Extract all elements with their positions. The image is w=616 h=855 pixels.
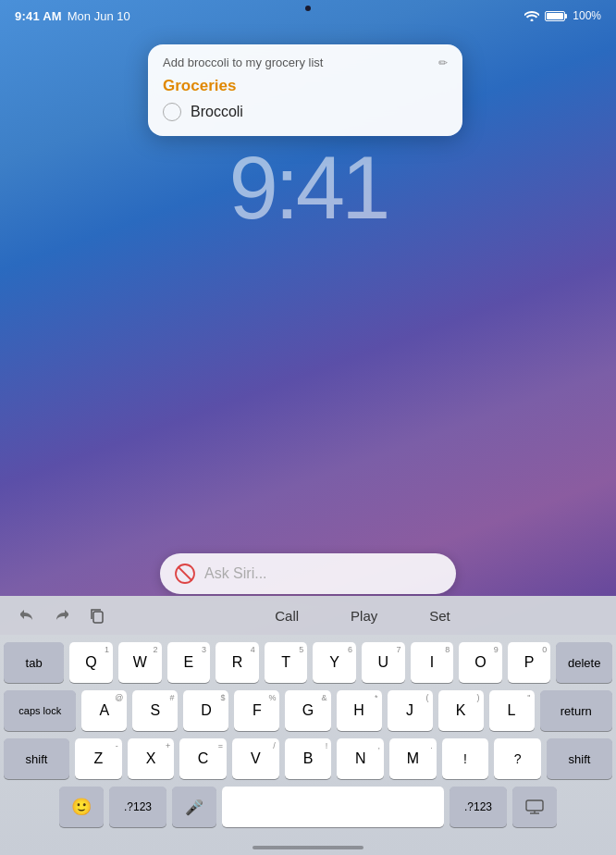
toolbar-center: Call Play Set — [120, 604, 605, 627]
call-button[interactable]: Call — [267, 604, 306, 627]
item-checkbox[interactable] — [163, 103, 181, 121]
delete-key[interactable]: delete — [556, 642, 612, 683]
battery-icon — [545, 11, 567, 21]
camera-dot — [305, 6, 311, 11]
key-b[interactable]: !B — [285, 738, 332, 779]
keyboard-hide-key[interactable] — [512, 787, 557, 827]
keyboard-row-3: shift -Z +X =C /V !B ,N .M ! ? shift — [4, 738, 612, 779]
siri-bar-container[interactable]: Ask Siri... — [160, 553, 456, 594]
keyboard-row-2: caps lock @A #S $D %F &G *H (J )K "L ret… — [4, 690, 612, 731]
key-t[interactable]: 5T — [265, 642, 308, 683]
key-i[interactable]: 8I — [411, 642, 454, 683]
key-x[interactable]: +X — [128, 738, 175, 779]
key-z[interactable]: -Z — [75, 738, 122, 779]
keyboard-row-4: 🙂 .?123 🎤 .?123 — [4, 787, 612, 827]
redo-button[interactable] — [46, 601, 78, 630]
status-bar: 9:41 AM Mon Jun 10 100% — [0, 0, 616, 26]
key-d[interactable]: $D — [183, 690, 228, 731]
notif-edit-icon[interactable]: ✏ — [438, 56, 448, 69]
keyboard-row-1: tab 1Q 2W 3E 4R 5T 6Y 7U 8I 9O 0P delete — [4, 642, 612, 683]
key-s[interactable]: #S — [132, 690, 178, 731]
key-r[interactable]: 4R — [216, 642, 259, 683]
svg-rect-3 — [526, 800, 543, 811]
key-h[interactable]: *H — [337, 690, 382, 731]
toolbar-left — [11, 601, 113, 630]
key-a[interactable]: @A — [81, 690, 127, 731]
key-q[interactable]: 1Q — [69, 642, 113, 683]
home-indicator — [253, 846, 363, 849]
left-shift-key[interactable]: shift — [4, 738, 69, 779]
siri-search-bar[interactable]: Ask Siri... — [160, 553, 456, 594]
key-n[interactable]: ,N — [337, 738, 384, 779]
emoji-key[interactable]: 🙂 — [59, 787, 104, 827]
caps-lock-key[interactable]: caps lock — [4, 690, 76, 731]
key-g[interactable]: &G — [285, 690, 330, 731]
key-e[interactable]: 3E — [167, 642, 211, 683]
mic-key[interactable]: 🎤 — [172, 787, 216, 827]
clock-time: 9:41 — [0, 143, 616, 232]
special2-key[interactable]: .?123 — [450, 787, 507, 827]
siri-placeholder: Ask Siri... — [204, 565, 441, 582]
key-y[interactable]: 6Y — [313, 642, 356, 683]
tab-key[interactable]: tab — [4, 642, 64, 683]
status-right: 100% — [524, 9, 601, 22]
special1-key[interactable]: .?123 — [109, 787, 166, 827]
key-question[interactable]: ? — [494, 738, 541, 779]
undo-button[interactable] — [11, 601, 43, 630]
key-l[interactable]: "L — [489, 690, 535, 731]
right-shift-key[interactable]: shift — [547, 738, 612, 779]
status-date: Mon Jun 10 — [68, 9, 130, 23]
wifi-icon — [524, 10, 539, 21]
clock-display: 9:41 — [0, 143, 616, 232]
key-w[interactable]: 2W — [118, 642, 162, 683]
return-key[interactable]: return — [540, 690, 612, 731]
key-k[interactable]: )K — [438, 690, 484, 731]
copy-button[interactable] — [81, 601, 113, 630]
keyboard-toolbar: Call Play Set — [0, 596, 616, 635]
space-key[interactable] — [222, 787, 444, 827]
notif-item-name: Broccoli — [191, 104, 243, 120]
key-u[interactable]: 7U — [362, 642, 405, 683]
notif-title: Add broccoli to my grocery list — [163, 56, 323, 69]
set-button[interactable]: Set — [422, 604, 458, 627]
key-v[interactable]: /V — [232, 738, 279, 779]
key-o[interactable]: 9O — [459, 642, 502, 683]
keyboard[interactable]: tab 1Q 2W 3E 4R 5T 6Y 7U 8I 9O 0P delete… — [0, 635, 616, 855]
notification-card[interactable]: Add broccoli to my grocery list ✏ Grocer… — [148, 44, 462, 136]
key-c[interactable]: =C — [179, 738, 227, 779]
key-p[interactable]: 0P — [508, 642, 551, 683]
svg-rect-2 — [93, 612, 103, 623]
notif-header: Add broccoli to my grocery list ✏ — [163, 56, 448, 69]
notif-list-name: Groceries — [163, 77, 448, 95]
play-button[interactable]: Play — [343, 604, 385, 627]
siri-no-icon[interactable] — [175, 564, 195, 584]
key-f[interactable]: %F — [234, 690, 279, 731]
battery-percent: 100% — [573, 9, 601, 22]
status-time: 9:41 AM — [15, 9, 62, 23]
svg-line-1 — [179, 567, 191, 580]
key-j[interactable]: (J — [388, 690, 433, 731]
key-m[interactable]: .M — [389, 738, 437, 779]
notif-item: Broccoli — [163, 103, 448, 121]
key-exclaim[interactable]: ! — [442, 738, 489, 779]
